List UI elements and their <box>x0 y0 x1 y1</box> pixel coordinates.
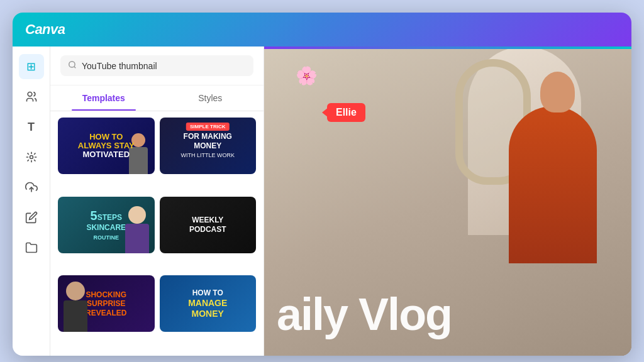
person-head <box>540 72 575 112</box>
tab-styles[interactable]: Styles <box>157 85 264 111</box>
svg-point-0 <box>28 92 32 97</box>
svg-line-4 <box>74 67 76 69</box>
card-3-title: 5STEPSSKINCARERoutine <box>86 208 126 241</box>
search-input[interactable] <box>82 61 246 71</box>
card-6-title: HOW TOMANAGEMONEY <box>188 288 227 319</box>
template-card-6[interactable]: HOW TOMANAGEMONEY <box>160 275 257 332</box>
svg-point-1 <box>30 156 33 159</box>
sidebar-icon-folder[interactable] <box>19 235 44 260</box>
search-input-wrapper[interactable] <box>60 55 253 76</box>
sidebar-icon-text[interactable]: T <box>19 114 44 140</box>
search-icon <box>68 60 77 71</box>
canvas-area: 🌸 Ellie aily Vlog <box>264 47 631 356</box>
sidebar-icon-uploads[interactable] <box>19 175 44 200</box>
flower-icon: 🌸 <box>296 65 318 86</box>
canva-logo: Canva <box>25 21 65 38</box>
sidebar-icon-edit[interactable] <box>19 205 44 230</box>
card-5-title: SHOCKINGSURPRISEREVEALED <box>86 290 126 317</box>
vlog-title: aily Vlog <box>277 292 452 337</box>
template-card-3[interactable]: 5STEPSSKINCARERoutine <box>58 197 155 253</box>
ellie-badge: Ellie <box>327 103 365 122</box>
card-4-title: WEEKLYPODCAST <box>189 216 226 234</box>
tab-templates[interactable]: Templates <box>50 85 157 111</box>
card-1-title: HOW TOALWAYS STAYMOTIVATED <box>78 133 135 160</box>
main-body: ⊞ T <box>13 47 631 356</box>
canvas-background: 🌸 Ellie aily Vlog <box>264 47 631 356</box>
sidebar-icon-people[interactable] <box>19 84 44 109</box>
template-panel: Templates Styles HOW TOALWAYS STAYMOTIVA… <box>50 47 264 356</box>
sidebar: ⊞ T <box>13 47 50 356</box>
sidebar-icon-home[interactable]: ⊞ <box>19 54 44 79</box>
header: Canva <box>13 13 631 47</box>
card-2-badge: SIMPLE TRICK <box>186 123 229 131</box>
canvas-top-border <box>264 47 631 49</box>
template-card-2[interactable]: SIMPLE TRICK FOR MAKINGMONEYWITH LITTLE … <box>160 118 257 174</box>
template-card-4[interactable]: WEEKLYPODCAST <box>160 197 257 253</box>
template-grid: HOW TOALWAYS STAYMOTIVATED SIMPLE TRICK … <box>50 111 264 356</box>
template-card-5[interactable]: SHOCKINGSURPRISEREVEALED <box>58 275 155 332</box>
app-window: Canva ⊞ T <box>13 13 631 356</box>
tabs: Templates Styles <box>50 85 264 111</box>
svg-point-3 <box>69 62 75 67</box>
sidebar-icon-elements[interactable] <box>19 145 44 170</box>
card-2-title: FOR MAKINGMONEYWITH LITTLE WORK <box>181 132 235 159</box>
search-bar <box>50 47 264 85</box>
template-card-1[interactable]: HOW TOALWAYS STAYMOTIVATED <box>58 118 155 174</box>
